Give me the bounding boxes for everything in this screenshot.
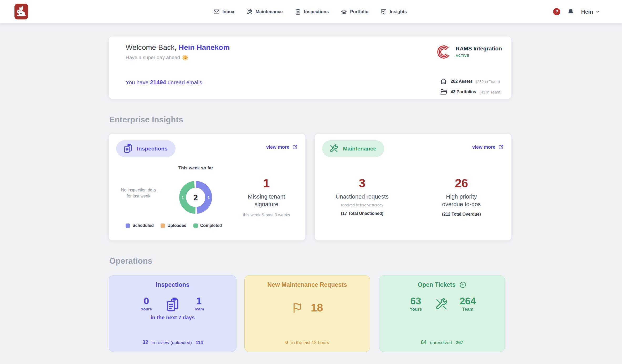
overdue-label-line1: High priority — [422, 193, 501, 201]
yours-count: 63 Yours — [408, 296, 423, 312]
ops-maintenance-footer: 0 in the last 12 hours — [245, 340, 370, 345]
nav-item-maintenance[interactable]: Maintenance — [246, 9, 283, 15]
clipboard-stack-icon — [123, 144, 133, 154]
donut-center-total: 2 — [193, 193, 198, 202]
assets-extra: (282 in Team) — [476, 79, 500, 84]
legend-label: Scheduled — [132, 223, 154, 228]
unactioned-sub: received before yesterday — [323, 203, 402, 207]
user-menu[interactable]: Hein — [581, 9, 600, 15]
notifications-bell-icon[interactable] — [567, 8, 574, 15]
plus-circle-icon[interactable] — [459, 281, 466, 288]
legend-item-uploaded: Uploaded — [161, 223, 187, 228]
operations-heading: Operations — [109, 256, 152, 266]
missing-signature-stat: 1 Missing tenant signature this week & p… — [230, 177, 303, 217]
stat-label-line1: Missing tenant — [230, 193, 303, 201]
rabbit-logo-icon — [16, 5, 27, 18]
yours-value: 63 — [408, 296, 423, 306]
donut-right-label: 1 — [208, 196, 210, 199]
recent-value: 0 — [285, 340, 288, 345]
legend-item-scheduled: Scheduled — [126, 223, 154, 228]
assets-row: 282 Assets (282 in Team) — [440, 77, 501, 85]
nav-item-label: Inspections — [304, 9, 329, 14]
ops-inspections-title: Inspections — [109, 281, 236, 288]
maintenance-badge: Maintenance — [322, 140, 384, 157]
completed-swatch — [193, 223, 198, 228]
nav-item-inbox[interactable]: Inbox — [213, 9, 234, 15]
greeting-subtitle: Have a super day ahead — [126, 54, 188, 61]
ops-maintenance-title: New Maintenance Requests — [245, 281, 370, 288]
rams-integration-titles: RAMS Integration ACTIVE — [456, 44, 502, 60]
unresolved-total: 267 — [456, 340, 463, 345]
home-icon — [440, 78, 447, 85]
welcome-card: Welcome Back, Hein Hanekom Have a super … — [109, 37, 511, 99]
team-count: 1 Team — [191, 296, 207, 311]
ops-tickets-title: Open Tickets — [418, 281, 455, 288]
inspections-donut-chart[interactable]: 1 1 2 — [177, 179, 214, 216]
ops-inspections-card[interactable]: Inspections 0 Yours 1 Team in the next 7… — [109, 275, 237, 352]
enterprise-inspections-card: Inspections view more This week so far N… — [109, 134, 305, 240]
yours-value: 0 — [139, 296, 154, 306]
yours-label: Yours — [408, 307, 423, 312]
overdue-label: High priority overdue to-dos — [422, 193, 501, 208]
team-count: 264 Team — [460, 296, 476, 312]
maintenance-icon — [246, 9, 253, 15]
donut-left-label: 1 — [182, 196, 183, 199]
stat-label-line2: signature — [230, 201, 303, 208]
nav-item-label: Insights — [390, 9, 407, 14]
help-button[interactable]: ? — [553, 8, 560, 15]
integration-stats: 282 Assets (282 in Team) 43 Portfolios (… — [440, 77, 501, 98]
unread-count: 21494 — [150, 79, 166, 86]
nav-item-portfolio[interactable]: Portfolio — [341, 9, 368, 15]
view-more-label: view more — [472, 144, 495, 150]
scheduled-swatch — [126, 223, 130, 228]
overdue-total: (212 Total Overdue) — [422, 212, 501, 217]
greeting-prefix: Welcome Back, — [126, 43, 177, 51]
tools-icon — [434, 297, 449, 311]
clipboard-stack-icon — [165, 297, 180, 313]
yours-count: 0 Yours — [139, 296, 154, 311]
unactioned-total: (17 Total Unactioned) — [323, 211, 402, 216]
missing-signature-label: Missing tenant signature — [230, 193, 303, 208]
team-value: 264 — [460, 296, 476, 306]
badge-label: Maintenance — [343, 145, 376, 152]
unactioned-value: 3 — [323, 177, 402, 189]
missing-signature-period: this week & past 3 weeks — [230, 213, 303, 217]
legend-label: Uploaded — [167, 223, 187, 228]
rams-logo-icon — [436, 44, 451, 60]
tools-icon — [329, 144, 339, 154]
team-value: 1 — [191, 296, 207, 306]
portfolio-icon — [341, 9, 347, 15]
no-data-line1: No inspection data — [111, 187, 166, 193]
in-review-label: in review (uploaded) — [152, 340, 192, 345]
inspections-icon — [295, 9, 301, 15]
unactioned-label: Unactioned requests — [323, 193, 402, 201]
greeting-user-name: Hein Hanekom — [179, 43, 230, 51]
unactioned-requests-stat: 3 Unactioned requests received before ye… — [323, 177, 402, 216]
external-link-icon — [292, 144, 297, 150]
unread-emails-line[interactable]: You have 21494 unread emails — [126, 79, 202, 86]
ops-open-tickets-card[interactable]: Open Tickets 63 Yours 264 Team 64 unreso… — [379, 275, 505, 352]
ops-tickets-footer: 64 unresolved 267 — [379, 339, 505, 345]
new-requests-count: 18 — [311, 301, 323, 314]
ops-tickets-title-row: Open Tickets — [379, 281, 505, 288]
enterprise-insights-heading: Enterprise Insights — [109, 115, 183, 124]
nav-item-label: Portfolio — [350, 9, 368, 14]
sun-face-emoji — [182, 54, 188, 61]
inspections-view-more-link[interactable]: view more — [266, 144, 297, 150]
inspections-badge: Inspections — [116, 140, 176, 157]
view-more-label: view more — [266, 144, 289, 150]
unread-prefix: You have — [126, 79, 148, 85]
donut-chart-title: This week so far — [154, 165, 238, 171]
assets-value: 282 Assets — [451, 79, 472, 84]
rams-integration-header: RAMS Integration ACTIVE — [436, 44, 510, 60]
unread-suffix: unread emails — [168, 79, 202, 85]
nav-item-insights[interactable]: Insights — [381, 9, 407, 15]
integration-name: RAMS Integration — [456, 45, 502, 52]
maintenance-view-more-link[interactable]: view more — [472, 144, 503, 150]
ops-new-maintenance-card[interactable]: New Maintenance Requests 18 0 in the las… — [244, 275, 370, 352]
overdue-todos-stat: 26 High priority overdue to-dos (212 Tot… — [422, 177, 501, 217]
greeting: Welcome Back, Hein Hanekom — [126, 43, 230, 52]
app-logo[interactable] — [14, 4, 28, 19]
nav-item-inspections[interactable]: Inspections — [295, 9, 329, 15]
recent-label: in the last 12 hours — [291, 340, 329, 345]
